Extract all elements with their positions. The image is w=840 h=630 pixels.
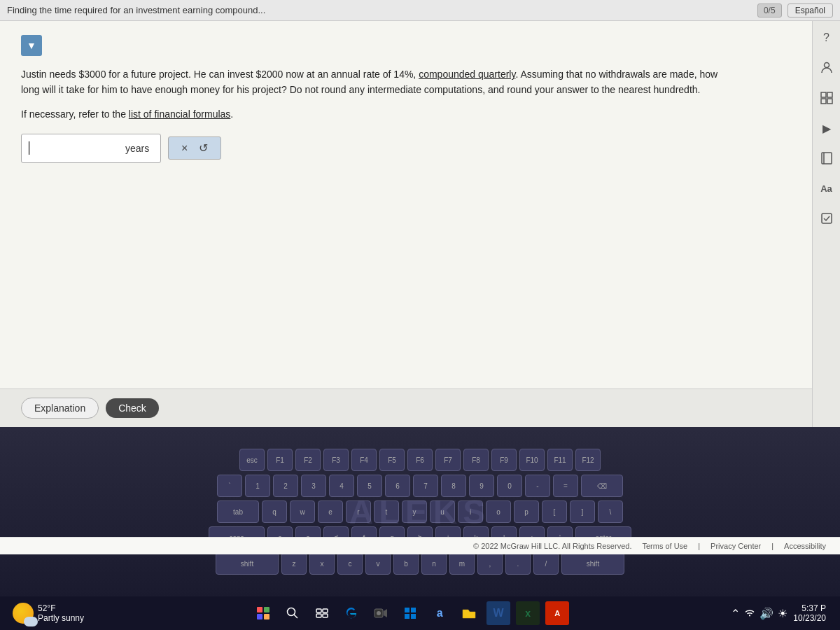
windows-start-button[interactable]: [251, 601, 275, 625]
key-backslash[interactable]: \: [598, 500, 623, 523]
tiles-app-button[interactable]: [398, 601, 422, 625]
taskbar-time[interactable]: 5:37 P 10/23/20: [793, 603, 826, 623]
key-f9[interactable]: F9: [491, 449, 517, 471]
key-f8[interactable]: F8: [463, 449, 489, 471]
key-lshift[interactable]: shift: [216, 552, 279, 575]
key-0[interactable]: 0: [497, 475, 522, 497]
key-f7[interactable]: F7: [435, 449, 461, 471]
taskbar-center: a W x A: [90, 601, 731, 625]
tray-network-icon[interactable]: [744, 607, 755, 620]
key-lbracket[interactable]: [: [542, 500, 567, 523]
key-u[interactable]: u: [430, 500, 455, 523]
keyboard-area: ALEKS esc F1 F2 F3 F4 F5 F6 F7 F8 F9 F10…: [0, 427, 840, 596]
key-f11[interactable]: F11: [547, 449, 573, 471]
svg-point-0: [824, 63, 829, 68]
key-r[interactable]: r: [346, 500, 371, 523]
key-f6[interactable]: F6: [407, 449, 433, 471]
key-o[interactable]: o: [486, 500, 511, 523]
grid-icon[interactable]: [817, 88, 836, 108]
taskview-button[interactable]: [310, 601, 334, 625]
key-f2[interactable]: F2: [295, 449, 321, 471]
key-4[interactable]: 4: [329, 475, 354, 497]
key-9[interactable]: 9: [469, 475, 494, 497]
svg-rect-1: [821, 92, 826, 97]
key-p[interactable]: p: [514, 500, 539, 523]
key-w[interactable]: w: [290, 500, 315, 523]
compound-link[interactable]: compounded quarterly: [419, 69, 515, 80]
question-icon[interactable]: ?: [817, 28, 836, 48]
key-minus[interactable]: -: [525, 475, 550, 497]
checkmark-icon[interactable]: [817, 209, 836, 228]
person-icon[interactable]: [817, 58, 836, 78]
key-f3[interactable]: F3: [323, 449, 349, 471]
camera-app-button[interactable]: [369, 601, 393, 625]
weather-condition: Partly sunny: [38, 613, 84, 623]
key-x[interactable]: x: [309, 552, 335, 575]
key-esc[interactable]: esc: [239, 449, 265, 471]
key-rshift[interactable]: shift: [561, 552, 624, 575]
key-f1[interactable]: F1: [267, 449, 293, 471]
chevron-bar: ▼: [21, 35, 791, 56]
accessibility-link[interactable]: Accessibility: [784, 542, 826, 550]
file-manager-button[interactable]: [457, 601, 481, 625]
chevron-down-button[interactable]: ▼: [21, 35, 42, 56]
key-3[interactable]: 3: [301, 475, 326, 497]
key-6[interactable]: 6: [385, 475, 410, 497]
key-e[interactable]: e: [318, 500, 343, 523]
taskbar-right: ⌃ 🔊 ☀ 5:37 P 10/23/20: [731, 603, 833, 623]
if-necessary-text: If necessary, refer to the list of finan…: [21, 108, 791, 120]
key-f5[interactable]: F5: [379, 449, 405, 471]
key-z[interactable]: z: [281, 552, 307, 575]
key-8[interactable]: 8: [441, 475, 466, 497]
key-2[interactable]: 2: [273, 475, 298, 497]
key-c[interactable]: c: [337, 552, 363, 575]
play-icon[interactable]: ▶: [817, 118, 836, 138]
tray-chevron-icon[interactable]: ⌃: [731, 607, 740, 620]
svg-rect-10: [316, 609, 321, 612]
key-7[interactable]: 7: [413, 475, 438, 497]
key-backtick[interactable]: `: [217, 475, 242, 497]
key-b[interactable]: b: [393, 552, 419, 575]
excel-app-button[interactable]: x: [516, 601, 540, 625]
key-v[interactable]: v: [365, 552, 391, 575]
tray-volume-icon[interactable]: 🔊: [760, 607, 774, 620]
refresh-button[interactable]: ↺: [196, 141, 211, 155]
search-taskbar-button[interactable]: [281, 601, 304, 625]
key-f10[interactable]: F10: [519, 449, 545, 471]
clear-button[interactable]: ×: [178, 141, 190, 155]
key-tab[interactable]: tab: [217, 500, 259, 523]
key-f12[interactable]: F12: [575, 449, 601, 471]
key-5[interactable]: 5: [357, 475, 382, 497]
key-i[interactable]: i: [458, 500, 483, 523]
privacy-link[interactable]: Privacy Center: [710, 542, 761, 550]
key-backspace[interactable]: ⌫: [581, 475, 623, 497]
aleks-app-button[interactable]: A: [545, 601, 569, 625]
financial-formulas-link[interactable]: list of financial formulas: [129, 108, 231, 120]
answer-input[interactable]: [41, 143, 125, 154]
check-button[interactable]: Check: [106, 398, 159, 418]
key-t[interactable]: t: [374, 500, 399, 523]
edge-browser-button[interactable]: [340, 601, 363, 625]
text-size-icon[interactable]: Aa: [817, 178, 836, 198]
key-period[interactable]: .: [505, 552, 531, 575]
book-icon[interactable]: [817, 148, 836, 168]
terms-link[interactable]: Terms of Use: [642, 542, 687, 550]
key-n[interactable]: n: [421, 552, 447, 575]
espa-button[interactable]: Español: [788, 4, 833, 18]
anki-app-button[interactable]: a: [428, 601, 451, 625]
explanation-button[interactable]: Explanation: [21, 398, 99, 419]
key-comma[interactable]: ,: [477, 552, 503, 575]
key-1[interactable]: 1: [245, 475, 270, 497]
word-app-button[interactable]: W: [486, 601, 510, 625]
tray-brightness-icon[interactable]: ☀: [778, 607, 788, 620]
key-y[interactable]: y: [402, 500, 427, 523]
svg-rect-3: [821, 99, 826, 104]
key-q[interactable]: q: [262, 500, 287, 523]
bottom-actions: Explanation Check: [0, 388, 812, 427]
key-rbracket[interactable]: ]: [570, 500, 595, 523]
key-m[interactable]: m: [449, 552, 475, 575]
key-equals[interactable]: =: [553, 475, 578, 497]
svg-rect-18: [411, 608, 416, 612]
key-slash[interactable]: /: [533, 552, 559, 575]
key-f4[interactable]: F4: [351, 449, 377, 471]
